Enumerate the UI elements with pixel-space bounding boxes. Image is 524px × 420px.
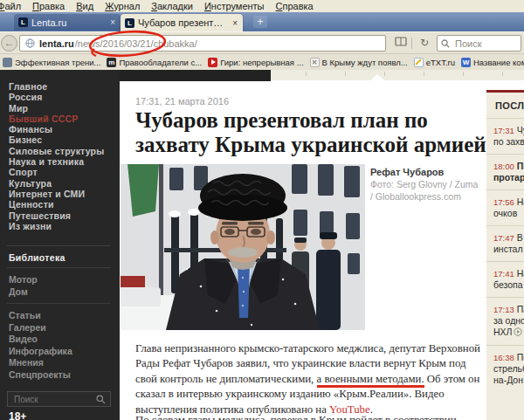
url-domain: lenta.ru [39, 38, 74, 49]
sidebar-item-sport[interactable]: Спорт [9, 167, 104, 177]
sidebar-item-biblioteka[interactable]: Библиотека [9, 252, 66, 263]
url-bar[interactable]: lenta.ru /news/2016/03/21/chubakka/ [19, 35, 386, 52]
news-text: Чуб [517, 125, 524, 135]
news-text: протар [493, 172, 524, 183]
news-text: по захв [493, 136, 524, 148]
back-button[interactable]: ← [1, 35, 17, 52]
site-search-input[interactable] [12, 394, 93, 405]
tab-lenta[interactable]: L Lenta.ru × [14, 14, 121, 31]
tab-title: Чубаров презентовал план ... [138, 17, 228, 28]
photo-chubarov [121, 164, 365, 330]
browser-window: Файл Правка Вид Журнал Закладки Инструме… [0, 0, 524, 420]
sidebar-item-nauka[interactable]: Наука и техника [9, 156, 104, 167]
tab-article[interactable]: L Чубаров презентовал план ... × [121, 14, 243, 31]
sidebar-formats: Статьи Галереи Видео Инфографика Мнения … [9, 310, 72, 381]
timeline-notch [369, 74, 385, 81]
sidebar-item-mneniya[interactable]: Мнения [9, 357, 72, 369]
news-text: В [517, 232, 523, 243]
tab-close-icon[interactable]: × [109, 17, 116, 27]
favicon-generic-icon [3, 58, 12, 67]
sidebar-item-finansy[interactable]: Финансы [9, 124, 104, 134]
sidebar-divider [7, 303, 111, 304]
bookmarks-bar: Эффективная трени... m Правообладатели с… [0, 53, 524, 70]
reload-button[interactable]: ↻ [417, 37, 432, 51]
lenta-favicon-icon: L [125, 18, 134, 28]
news-item[interactable]: 17:31Чуб по захв [486, 118, 524, 154]
news-text: НХЛ [493, 327, 512, 337]
article-timestamp: 17:31, 21 марта 2016 [135, 96, 229, 107]
tab-close-icon[interactable]: × [231, 18, 238, 28]
news-text: за одно [493, 315, 524, 327]
sidebar-item-motor[interactable]: Мотор [9, 274, 38, 286]
sidebar-item-video[interactable]: Видео [9, 334, 72, 346]
bookmark-item[interactable]: W Название компании ... [461, 58, 524, 67]
sidebar-divider [7, 245, 111, 246]
news-item[interactable]: 16:38По стрельб на-Дон [486, 345, 524, 392]
sidebar-item-glavnoe[interactable]: Главное [9, 81, 104, 92]
sidebar-item-dom[interactable]: Дом [9, 286, 38, 299]
bookmark-item[interactable]: Эффективная трени... [3, 58, 100, 67]
bookmark-item[interactable]: Гири: непрерывная ... [208, 58, 303, 67]
sidebar-item-rossiya[interactable]: Россия [9, 92, 104, 102]
browser-search-input[interactable] [453, 38, 509, 50]
sidebar-item-galerei[interactable]: Галереи [9, 322, 72, 334]
menu-edit[interactable]: Правка [32, 1, 65, 11]
bookmark-item[interactable]: m Правообладатели с... [107, 58, 202, 67]
sidebar-item-tsennosti[interactable]: Ценности [9, 199, 104, 210]
bookmark-label: Гири: непрерывная ... [220, 58, 303, 67]
bookmark-label: Правообладатели с... [119, 58, 202, 67]
news-item[interactable]: 17:56На очков [486, 189, 524, 225]
reader-view-button[interactable] [393, 37, 409, 51]
red-underline-annotation: а военными методами. [317, 373, 424, 388]
site-search-box[interactable] [7, 391, 111, 407]
bookmark-item[interactable]: ✕ В Крыму ждут появл... [310, 58, 408, 67]
menu-bookmarks[interactable]: Закладки [151, 1, 193, 11]
sidebar-item-iz-zhizni[interactable]: Из жизни [9, 221, 104, 231]
news-text: на-Дон [493, 375, 524, 386]
menu-history[interactable]: Журнал [105, 1, 140, 11]
tab-title: Lenta.ru [31, 17, 106, 28]
news-item[interactable]: 17:41На безопа [486, 261, 524, 297]
sidebar-item-biznes[interactable]: Бизнес [9, 134, 104, 145]
menu-tools[interactable]: Инструменты [204, 1, 265, 11]
bookmark-label: Эффективная трени... [15, 58, 100, 67]
site-sidebar: Главное Россия Мир Бывший СССР Финансы Б… [0, 70, 120, 420]
article-paragraph-clipped: По словам главы меджлиса, переход в Крым… [135, 413, 485, 420]
sidebar-item-mir[interactable]: Мир [9, 103, 104, 114]
sidebar-item-internet-smi[interactable]: Интернет и СМИ [9, 189, 104, 199]
new-tab-button[interactable]: + [253, 16, 267, 28]
sidebar-item-puteshestviya[interactable]: Путешествия [9, 210, 104, 221]
sidebar-item-infografika[interactable]: Инфографика [9, 346, 72, 358]
sidebar-item-kultura[interactable]: Культура [9, 178, 104, 189]
news-item[interactable]: 17:47В инстал [486, 225, 524, 261]
sidebar-divider [7, 267, 111, 268]
menu-help[interactable]: Справка [276, 1, 314, 11]
news-time: 17:13 [493, 305, 514, 314]
news-item[interactable]: 18:00Пы протар [486, 154, 524, 189]
news-text: безопа [493, 279, 524, 291]
browser-search-box[interactable] [437, 35, 521, 52]
news-text: стрельб [493, 363, 524, 375]
sidebar-item-byvshiy-sssr[interactable]: Бывший СССР [9, 114, 104, 124]
news-item[interactable]: 17:13Па за одно НХЛ [486, 297, 524, 345]
news-text: Па [517, 304, 524, 314]
sidebar-item-spetsproekty[interactable]: Спецпроекты [9, 369, 72, 382]
search-icon [96, 395, 106, 404]
news-text: На [517, 196, 524, 207]
etxt-favicon-icon [414, 58, 424, 67]
play-icon [514, 327, 522, 339]
sidebar-projects: Мотор Дом [9, 274, 38, 298]
navigation-bar: ← lenta.ru /news/2016/03/21/chubakka/ ↻ [0, 31, 524, 53]
news-time: 17:41 [493, 269, 514, 279]
news-time: 18:00 [493, 162, 514, 171]
sidebar-item-stati[interactable]: Статьи [9, 310, 72, 322]
menu-file[interactable]: Файл [0, 1, 21, 11]
sidebar-item-silovye-struktury[interactable]: Силовые структуры [9, 146, 104, 156]
reader-book-icon [395, 37, 407, 46]
youtube-favicon-icon [208, 58, 217, 67]
menu-view[interactable]: Вид [76, 1, 93, 11]
favicon-m-icon: m [107, 58, 116, 67]
bookmark-item[interactable]: eTXT.ru [414, 58, 455, 67]
url-path: /news/2016/03/21/chubakka/ [75, 38, 197, 49]
news-time: 16:38 [493, 353, 514, 362]
